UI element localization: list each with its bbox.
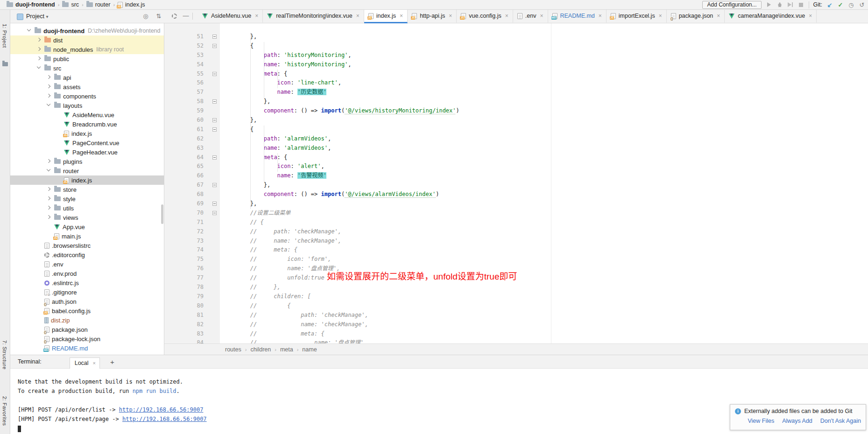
line-number[interactable]: 80 — [164, 301, 204, 311]
stripe-favorites-button[interactable]: 2: Favorites — [2, 396, 7, 426]
close-icon[interactable]: × — [449, 13, 452, 19]
close-icon[interactable]: × — [659, 13, 662, 19]
line-number-gutter[interactable]: 5152535455565758596061626364656667686970… — [164, 32, 204, 348]
git-update-icon[interactable]: ↙ — [826, 1, 833, 8]
editor-tab[interactable]: AsideMenu.vue× — [198, 10, 263, 23]
stripe-project-button[interactable]: 1: Project — [2, 24, 7, 48]
editor-breadcrumb-item[interactable]: routes — [225, 346, 241, 353]
tree-row[interactable]: style — [10, 194, 164, 203]
line-number[interactable]: 70 — [164, 209, 204, 218]
line-number[interactable]: 63 — [164, 144, 204, 153]
tree-row[interactable]: .editorconfig — [10, 250, 164, 259]
tree-row[interactable]: Breadcrumb.vue — [10, 119, 164, 129]
line-number[interactable]: 57 — [164, 88, 204, 97]
tree-chevron-icon[interactable] — [46, 168, 52, 174]
tree-chevron-icon[interactable] — [46, 74, 52, 81]
editor-breadcrumb-item[interactable]: name — [302, 346, 317, 353]
project-view-selector[interactable]: Project ▾ — [26, 13, 48, 20]
close-icon[interactable]: × — [505, 13, 508, 19]
tree-row[interactable]: JSmain.js — [10, 231, 164, 241]
tree-row[interactable]: MDREADME.md — [10, 343, 164, 353]
line-number[interactable]: 81 — [164, 311, 204, 320]
fold-marker-icon[interactable] — [212, 35, 217, 39]
line-number[interactable]: 67 — [164, 181, 204, 190]
line-number[interactable]: 71 — [164, 218, 204, 227]
tree-chevron-icon[interactable] — [46, 186, 52, 193]
tree-row[interactable]: JSindex.js — [10, 129, 164, 138]
project-folder-icon[interactable] — [2, 62, 8, 66]
fold-marker-icon[interactable] — [212, 127, 217, 132]
editor-tab[interactable]: MDREADME.md× — [548, 10, 607, 23]
editor-breadcrumb-item[interactable]: meta — [280, 346, 293, 353]
tree-row[interactable]: .env — [10, 259, 164, 269]
close-icon[interactable]: × — [599, 13, 602, 19]
tree-row[interactable]: node_moduleslibrary root — [10, 45, 164, 54]
run-with-coverage-icon[interactable] — [787, 1, 794, 8]
fold-marker-icon[interactable] — [212, 202, 217, 206]
breadcrumb-item[interactable]: JSindex.js — [118, 1, 145, 8]
line-number[interactable]: 75 — [164, 255, 204, 264]
panel-settings-gear-icon[interactable] — [172, 14, 177, 19]
line-number[interactable]: 52 — [164, 42, 204, 51]
tree-chevron-icon[interactable] — [26, 28, 33, 34]
line-number[interactable]: 68 — [164, 190, 204, 199]
tree-chevron-icon[interactable] — [46, 158, 52, 165]
fold-marker-icon[interactable] — [212, 155, 217, 160]
tree-chevron-icon[interactable] — [36, 65, 42, 71]
run-icon[interactable] — [766, 1, 772, 8]
tree-row[interactable]: {}package.json — [10, 325, 164, 334]
hide-panel-icon[interactable]: — — [182, 12, 190, 19]
tree-row[interactable]: {}auth.json — [10, 297, 164, 306]
debug-icon[interactable] — [776, 1, 783, 8]
line-number[interactable]: 59 — [164, 106, 204, 116]
editor-tab[interactable]: cameraManage\index.vue× — [725, 10, 817, 23]
line-number[interactable]: 54 — [164, 60, 204, 70]
stripe-structure-button[interactable]: 7: Structure — [2, 340, 7, 370]
terminal-tab-local[interactable]: Local × — [70, 357, 100, 369]
line-number[interactable]: 56 — [164, 78, 204, 88]
stop-icon[interactable] — [798, 1, 804, 8]
git-commit-icon[interactable]: ✓ — [837, 1, 844, 8]
tree-row[interactable]: views — [10, 213, 164, 222]
line-number[interactable]: 65 — [164, 162, 204, 171]
tree-chevron-icon[interactable] — [36, 46, 42, 53]
tree-row[interactable]: router — [10, 166, 164, 175]
tree-row[interactable]: api — [10, 73, 164, 82]
tree-chevron-icon[interactable] — [46, 102, 52, 109]
tree-row[interactable]: components — [10, 91, 164, 101]
line-number[interactable]: 76 — [164, 264, 204, 273]
tree-chevron-icon[interactable] — [36, 56, 42, 62]
notification-action-link[interactable]: Don't Ask Again — [820, 418, 861, 424]
line-number[interactable]: 62 — [164, 134, 204, 144]
close-icon[interactable]: × — [540, 13, 543, 19]
terminal-link[interactable]: http://192.168.66.56:9007 — [119, 406, 204, 413]
fold-marker-icon[interactable] — [212, 183, 217, 187]
tree-row[interactable]: JSindex.js — [10, 175, 164, 185]
close-icon[interactable]: × — [809, 13, 812, 19]
tree-chevron-icon[interactable] — [46, 84, 52, 90]
editor-tab[interactable]: JSimportExcel.js× — [607, 10, 667, 23]
editor-tab[interactable]: JShttp-api.js× — [408, 10, 457, 23]
tree-row[interactable]: store — [10, 185, 164, 194]
line-number[interactable]: 72 — [164, 227, 204, 237]
line-number[interactable]: 55 — [164, 70, 204, 79]
tree-row[interactable]: public — [10, 54, 164, 63]
line-number[interactable]: 73 — [164, 237, 204, 246]
tree-row[interactable]: AsideMenu.vue — [10, 110, 164, 119]
project-scrollbar-thumb[interactable] — [161, 204, 163, 224]
tree-chevron-icon[interactable] — [46, 196, 52, 202]
tree-row[interactable]: PageContent.vue — [10, 138, 164, 147]
line-number[interactable]: 53 — [164, 51, 204, 60]
tree-chevron-icon[interactable] — [46, 214, 52, 221]
breadcrumb-item[interactable]: duoji-frontend — [7, 1, 55, 8]
tree-row[interactable]: duoji-frontendD:\zheheWeb\duoji-frontend — [10, 26, 164, 35]
line-number[interactable]: 78 — [164, 283, 204, 292]
add-configuration-button[interactable]: Add Configuration... — [702, 1, 761, 9]
git-rollback-icon[interactable]: ↺ — [859, 1, 865, 8]
new-terminal-session-button[interactable]: + — [110, 358, 114, 366]
notification-action-link[interactable]: View Files — [748, 418, 774, 424]
fold-marker-icon[interactable] — [212, 44, 217, 48]
locate-file-icon[interactable]: ◎ — [142, 13, 149, 20]
fold-marker-icon[interactable] — [212, 99, 217, 104]
tree-row[interactable]: src — [10, 63, 164, 73]
